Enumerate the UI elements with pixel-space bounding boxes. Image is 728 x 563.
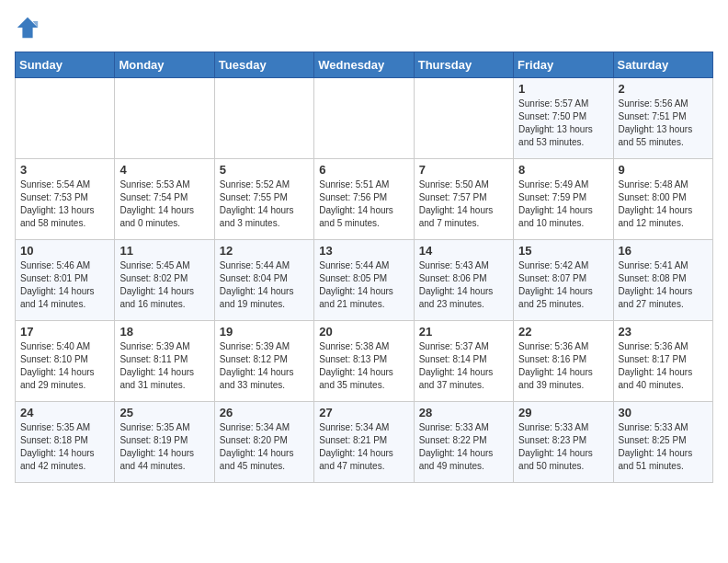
calendar-table: SundayMondayTuesdayWednesdayThursdayFrid…: [15, 52, 713, 483]
day-cell: 22Sunrise: 5:36 AM Sunset: 8:16 PM Dayli…: [514, 321, 613, 402]
day-cell: 29Sunrise: 5:33 AM Sunset: 8:23 PM Dayli…: [514, 402, 613, 483]
day-info: Sunrise: 5:46 AM Sunset: 8:01 PM Dayligh…: [20, 259, 109, 311]
day-info: Sunrise: 5:36 AM Sunset: 8:17 PM Dayligh…: [619, 340, 708, 392]
day-number: 6: [319, 163, 408, 177]
day-cell: [214, 78, 313, 159]
week-row-5: 24Sunrise: 5:35 AM Sunset: 8:18 PM Dayli…: [16, 402, 713, 483]
day-cell: 14Sunrise: 5:43 AM Sunset: 8:06 PM Dayli…: [414, 240, 513, 321]
day-cell: 25Sunrise: 5:35 AM Sunset: 8:19 PM Dayli…: [115, 402, 214, 483]
day-info: Sunrise: 5:44 AM Sunset: 8:05 PM Dayligh…: [319, 259, 408, 311]
day-cell: 8Sunrise: 5:49 AM Sunset: 7:59 PM Daylig…: [514, 159, 613, 240]
day-cell: 21Sunrise: 5:37 AM Sunset: 8:14 PM Dayli…: [414, 321, 513, 402]
day-number: 27: [319, 406, 408, 419]
day-info: Sunrise: 5:52 AM Sunset: 7:55 PM Dayligh…: [220, 178, 309, 230]
day-info: Sunrise: 5:34 AM Sunset: 8:20 PM Dayligh…: [220, 421, 309, 473]
week-row-4: 17Sunrise: 5:40 AM Sunset: 8:10 PM Dayli…: [16, 321, 713, 402]
day-number: 29: [518, 406, 608, 419]
day-number: 22: [518, 325, 608, 339]
day-number: 14: [419, 244, 508, 258]
header-thursday: Thursday: [414, 52, 513, 78]
day-info: Sunrise: 5:45 AM Sunset: 8:02 PM Dayligh…: [119, 259, 209, 311]
header-sunday: Sunday: [16, 52, 115, 78]
day-cell: 30Sunrise: 5:33 AM Sunset: 8:25 PM Dayli…: [613, 402, 712, 483]
day-cell: 4Sunrise: 5:53 AM Sunset: 7:54 PM Daylig…: [115, 159, 214, 240]
day-number: 23: [619, 325, 708, 339]
day-cell: 12Sunrise: 5:44 AM Sunset: 8:04 PM Dayli…: [214, 240, 313, 321]
day-number: 24: [20, 406, 109, 419]
day-cell: 16Sunrise: 5:41 AM Sunset: 8:08 PM Dayli…: [613, 240, 712, 321]
week-row-2: 3Sunrise: 5:54 AM Sunset: 7:53 PM Daylig…: [16, 159, 713, 240]
header-wednesday: Wednesday: [314, 52, 414, 78]
day-number: 25: [119, 406, 209, 419]
day-cell: 2Sunrise: 5:56 AM Sunset: 7:51 PM Daylig…: [613, 78, 712, 159]
logo: [15, 15, 44, 40]
day-number: 10: [20, 244, 109, 258]
day-cell: 13Sunrise: 5:44 AM Sunset: 8:05 PM Dayli…: [314, 240, 414, 321]
day-number: 1: [518, 82, 608, 96]
week-row-1: 1Sunrise: 5:57 AM Sunset: 7:50 PM Daylig…: [16, 78, 713, 159]
day-cell: 24Sunrise: 5:35 AM Sunset: 8:18 PM Dayli…: [16, 402, 115, 483]
day-number: 26: [220, 406, 309, 419]
day-cell: 7Sunrise: 5:50 AM Sunset: 7:57 PM Daylig…: [414, 159, 513, 240]
day-info: Sunrise: 5:54 AM Sunset: 7:53 PM Dayligh…: [20, 178, 109, 230]
day-number: 18: [119, 325, 209, 339]
day-info: Sunrise: 5:39 AM Sunset: 8:12 PM Dayligh…: [220, 340, 309, 392]
day-number: 16: [619, 244, 708, 258]
header-saturday: Saturday: [613, 52, 712, 78]
day-info: Sunrise: 5:56 AM Sunset: 7:51 PM Dayligh…: [619, 98, 708, 149]
day-number: 7: [419, 163, 508, 177]
day-number: 28: [419, 406, 508, 419]
week-row-3: 10Sunrise: 5:46 AM Sunset: 8:01 PM Dayli…: [16, 240, 713, 321]
header-tuesday: Tuesday: [214, 52, 313, 78]
day-cell: 15Sunrise: 5:42 AM Sunset: 8:07 PM Dayli…: [514, 240, 613, 321]
day-info: Sunrise: 5:43 AM Sunset: 8:06 PM Dayligh…: [419, 259, 508, 311]
day-info: Sunrise: 5:33 AM Sunset: 8:23 PM Dayligh…: [518, 421, 608, 473]
day-info: Sunrise: 5:40 AM Sunset: 8:10 PM Dayligh…: [20, 340, 109, 392]
day-info: Sunrise: 5:50 AM Sunset: 7:57 PM Dayligh…: [419, 178, 508, 230]
day-cell: 1Sunrise: 5:57 AM Sunset: 7:50 PM Daylig…: [514, 78, 613, 159]
day-number: 11: [119, 244, 209, 258]
day-info: Sunrise: 5:41 AM Sunset: 8:08 PM Dayligh…: [619, 259, 708, 311]
day-info: Sunrise: 5:42 AM Sunset: 8:07 PM Dayligh…: [518, 259, 608, 311]
day-info: Sunrise: 5:49 AM Sunset: 7:59 PM Dayligh…: [518, 178, 608, 230]
day-cell: 17Sunrise: 5:40 AM Sunset: 8:10 PM Dayli…: [16, 321, 115, 402]
day-number: 15: [518, 244, 608, 258]
day-cell: [16, 78, 115, 159]
svg-marker-0: [17, 17, 38, 38]
day-number: 3: [20, 163, 109, 177]
day-cell: 3Sunrise: 5:54 AM Sunset: 7:53 PM Daylig…: [16, 159, 115, 240]
day-cell: 5Sunrise: 5:52 AM Sunset: 7:55 PM Daylig…: [214, 159, 313, 240]
day-cell: [414, 78, 513, 159]
day-info: Sunrise: 5:39 AM Sunset: 8:11 PM Dayligh…: [119, 340, 209, 392]
day-cell: 6Sunrise: 5:51 AM Sunset: 7:56 PM Daylig…: [314, 159, 414, 240]
day-number: 9: [619, 163, 708, 177]
day-number: 19: [220, 325, 309, 339]
day-cell: [314, 78, 414, 159]
day-info: Sunrise: 5:33 AM Sunset: 8:22 PM Dayligh…: [419, 421, 508, 473]
day-info: Sunrise: 5:57 AM Sunset: 7:50 PM Dayligh…: [518, 98, 608, 149]
day-info: Sunrise: 5:35 AM Sunset: 8:18 PM Dayligh…: [20, 421, 109, 473]
day-info: Sunrise: 5:51 AM Sunset: 7:56 PM Dayligh…: [319, 178, 408, 230]
day-info: Sunrise: 5:48 AM Sunset: 8:00 PM Dayligh…: [619, 178, 708, 230]
day-number: 5: [220, 163, 309, 177]
day-info: Sunrise: 5:34 AM Sunset: 8:21 PM Dayligh…: [319, 421, 408, 473]
day-info: Sunrise: 5:36 AM Sunset: 8:16 PM Dayligh…: [518, 340, 608, 392]
day-cell: 9Sunrise: 5:48 AM Sunset: 8:00 PM Daylig…: [613, 159, 712, 240]
day-number: 8: [518, 163, 608, 177]
day-cell: 19Sunrise: 5:39 AM Sunset: 8:12 PM Dayli…: [214, 321, 313, 402]
day-cell: 23Sunrise: 5:36 AM Sunset: 8:17 PM Dayli…: [613, 321, 712, 402]
day-info: Sunrise: 5:44 AM Sunset: 8:04 PM Dayligh…: [220, 259, 309, 311]
day-cell: 11Sunrise: 5:45 AM Sunset: 8:02 PM Dayli…: [115, 240, 214, 321]
day-info: Sunrise: 5:33 AM Sunset: 8:25 PM Dayligh…: [619, 421, 708, 473]
day-cell: [115, 78, 214, 159]
calendar-header-row: SundayMondayTuesdayWednesdayThursdayFrid…: [16, 52, 713, 78]
day-info: Sunrise: 5:53 AM Sunset: 7:54 PM Dayligh…: [119, 178, 209, 230]
header-monday: Monday: [115, 52, 214, 78]
day-number: 4: [119, 163, 209, 177]
day-number: 12: [220, 244, 309, 258]
day-info: Sunrise: 5:37 AM Sunset: 8:14 PM Dayligh…: [419, 340, 508, 392]
day-cell: 28Sunrise: 5:33 AM Sunset: 8:22 PM Dayli…: [414, 402, 513, 483]
day-cell: 18Sunrise: 5:39 AM Sunset: 8:11 PM Dayli…: [115, 321, 214, 402]
day-number: 2: [619, 82, 708, 96]
logo-icon: [15, 15, 40, 40]
